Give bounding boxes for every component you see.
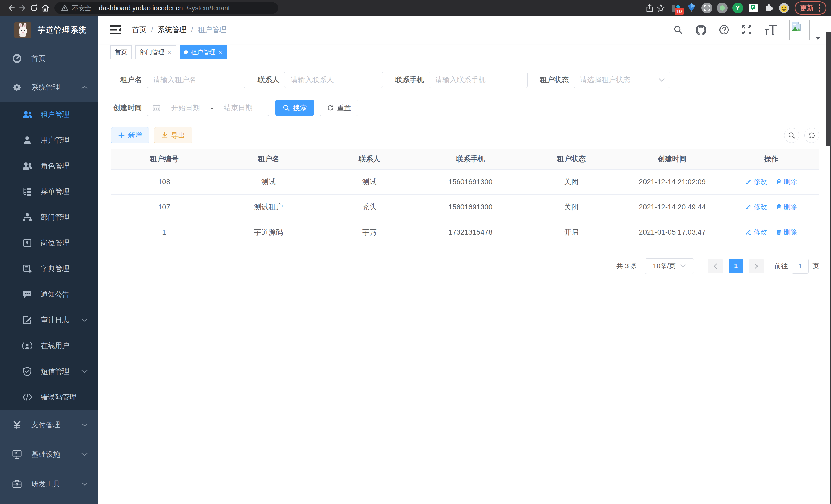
extension-recorder-icon[interactable] (716, 2, 728, 14)
extension-chat-icon[interactable] (747, 2, 759, 14)
not-secure-warning-icon (61, 4, 68, 11)
sidebar-item-users[interactable]: 用户管理 (0, 127, 98, 153)
address-divider (95, 4, 95, 11)
browser-home-button[interactable] (39, 2, 51, 13)
close-icon[interactable]: × (219, 49, 223, 56)
col-contact: 联系人 (320, 149, 419, 169)
calendar-icon (153, 104, 160, 112)
sidebar: 芋道管理系统 首页 系统管理 租户管理 (0, 16, 98, 504)
sidebar-item-label: 角色管理 (40, 161, 69, 171)
chevron-down-icon (81, 482, 88, 486)
page-unit-label: 页 (812, 262, 819, 270)
sidebar-item-departments[interactable]: 部门管理 (0, 205, 98, 230)
sidebar-item-label: 首页 (31, 54, 46, 63)
sidebar-item-infrastructure[interactable]: 基础设施 (0, 440, 98, 469)
edit-icon (746, 179, 752, 185)
sidebar-item-posts[interactable]: 岗位管理 (0, 230, 98, 256)
extension-kite-icon[interactable] (686, 2, 697, 14)
sidebar-item-system[interactable]: 系统管理 (0, 73, 98, 102)
scrollbar-thumb[interactable] (826, 32, 831, 146)
close-icon[interactable]: × (168, 49, 171, 56)
toggle-search-button[interactable] (784, 128, 799, 143)
avatar (790, 20, 810, 40)
delete-link[interactable]: 删除 (776, 228, 797, 237)
help-icon[interactable] (719, 25, 729, 35)
browser-reload-button[interactable] (28, 2, 39, 13)
sidebar-item-audit-log[interactable]: 审计日志 (0, 307, 98, 333)
create-time-label: 创建时间 (111, 103, 142, 113)
status-select[interactable]: 请选择租户状态 (574, 72, 670, 88)
edit-link[interactable]: 修改 (746, 177, 767, 186)
goto-label: 前往 (774, 262, 788, 270)
extension-modheader-icon[interactable]: 10 (670, 2, 682, 14)
export-button[interactable]: 导出 (154, 127, 192, 143)
tab-home[interactable]: 首页 (111, 46, 132, 59)
sidebar-item-dictionary[interactable]: 字典管理 (0, 256, 98, 281)
sidebar-item-home[interactable]: 首页 (0, 44, 98, 73)
browser-toolbar: 不安全 dashboard.yudao.iocoder.cn/system/te… (0, 0, 831, 16)
trash-icon (776, 204, 782, 210)
delete-link[interactable]: 删除 (776, 177, 797, 186)
breadcrumb-home[interactable]: 首页 (132, 25, 146, 35)
sidebar-item-label: 菜单管理 (40, 187, 69, 197)
font-size-icon[interactable] (764, 25, 777, 35)
tab-department[interactable]: 部门管理 × (136, 46, 176, 59)
browser-menu-icon[interactable] (818, 4, 822, 11)
sidebar-item-menus[interactable]: 菜单管理 (0, 179, 98, 205)
browser-back-button[interactable] (6, 2, 17, 13)
fullscreen-icon[interactable] (742, 25, 752, 35)
header-search-icon[interactable] (673, 25, 683, 35)
create-time-range-picker[interactable]: 开始日期 - 结束日期 (147, 100, 269, 116)
sidebar-item-label: 短信管理 (40, 366, 69, 376)
breadcrumb-system[interactable]: 系统管理 (158, 25, 187, 35)
bookmark-star-icon[interactable] (655, 2, 666, 13)
mobile-input[interactable] (429, 72, 527, 88)
github-icon[interactable] (695, 24, 707, 35)
delete-link[interactable]: 删除 (776, 202, 797, 211)
extension-y-icon[interactable]: Y (732, 2, 744, 14)
chevron-up-icon (81, 85, 88, 89)
sidebar-item-dev-tools[interactable]: 研发工具 (0, 469, 98, 499)
extension-emoji-icon[interactable] (778, 2, 790, 14)
sidebar-item-tenant[interactable]: 租户管理 (0, 102, 98, 127)
edit-link[interactable]: 修改 (746, 228, 767, 237)
sidebar-item-online-users[interactable]: 在线用户 (0, 333, 98, 359)
menu-tree-icon (22, 187, 33, 196)
add-button[interactable]: 新增 (111, 127, 149, 143)
prev-page-button[interactable] (708, 259, 722, 273)
sidebar-item-notices[interactable]: 通知公告 (0, 281, 98, 307)
tab-tenant[interactable]: 租户管理 × (180, 46, 227, 59)
app-logo[interactable]: 芋道管理系统 (0, 16, 98, 44)
user-avatar-menu[interactable] (790, 20, 821, 40)
reset-button[interactable]: 重置 (320, 100, 358, 116)
search-button[interactable]: 搜索 (276, 100, 314, 116)
refresh-table-button[interactable] (804, 128, 819, 143)
sidebar-item-error-codes[interactable]: 错误码管理 (0, 384, 98, 410)
download-icon (161, 132, 168, 139)
plus-icon (118, 132, 125, 139)
sidebar-collapse-icon[interactable] (111, 25, 121, 34)
sidebar-item-roles[interactable]: 角色管理 (0, 153, 98, 179)
sidebar-item-sms[interactable]: 短信管理 (0, 359, 98, 384)
start-date-placeholder: 开始日期 (160, 103, 211, 113)
next-page-button[interactable] (749, 259, 764, 273)
extension-puzzle-icon[interactable] (763, 2, 774, 14)
sidebar-item-label: 审计日志 (40, 315, 69, 325)
page-number-1[interactable]: 1 (729, 259, 743, 273)
browser-forward-button[interactable] (17, 2, 28, 13)
sidebar-item-payment[interactable]: 支付管理 (0, 410, 98, 440)
address-bar[interactable]: 不安全 dashboard.yudao.iocoder.cn/system/te… (55, 2, 278, 14)
share-icon[interactable] (644, 2, 655, 13)
sidebar-submenu-system: 租户管理 用户管理 角色管理 菜单管理 (0, 102, 98, 410)
contact-label: 联系人 (258, 75, 279, 85)
active-dot (184, 50, 188, 54)
extension-command-icon[interactable] (701, 2, 713, 14)
app-title: 芋道管理系统 (37, 25, 87, 35)
contact-input[interactable] (284, 72, 383, 88)
goto-page-input[interactable] (792, 259, 809, 274)
broken-image-icon (792, 22, 801, 31)
edit-link[interactable]: 修改 (746, 202, 767, 211)
tenant-name-input[interactable] (147, 72, 246, 88)
browser-update-button[interactable]: 更新 (795, 1, 826, 14)
page-size-select[interactable]: 10条/页 (645, 259, 694, 274)
